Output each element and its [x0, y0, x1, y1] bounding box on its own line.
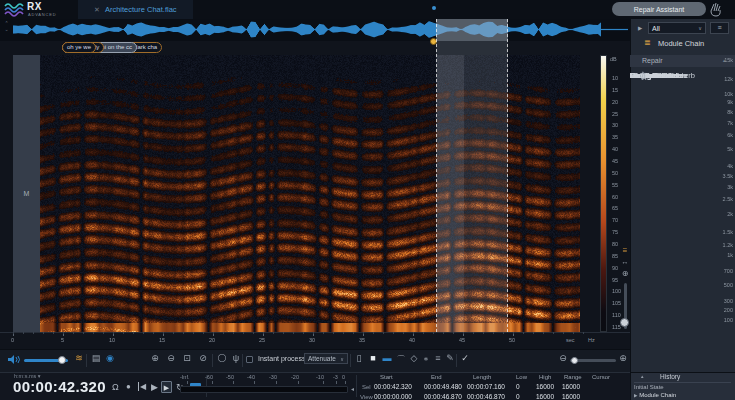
- spectrogram[interactable]: [40, 55, 580, 332]
- toolbar-divider: [212, 354, 213, 367]
- ruler-minor-tick: [283, 332, 284, 334]
- sel-length[interactable]: 00:00:07.160: [467, 383, 505, 390]
- apply-check-icon[interactable]: ✓: [458, 353, 472, 363]
- time-select-tool-icon[interactable]: ▯: [352, 353, 366, 363]
- ruler-minor-tick: [533, 332, 534, 334]
- view-start[interactable]: 00:00:00.000: [374, 393, 412, 400]
- transcript-chip[interactable]: oh ye we: [62, 42, 96, 53]
- playhead-marker[interactable]: [430, 38, 437, 45]
- composite-view-icon[interactable]: ◉: [103, 353, 117, 363]
- lasso-tool-icon[interactable]: ⌒: [394, 353, 408, 366]
- play-selection-button[interactable]: ▶: [161, 381, 172, 393]
- ruler-minor-tick: [53, 332, 54, 334]
- ruler-label: 50: [509, 337, 515, 343]
- view-end[interactable]: 00:00:46.870: [424, 393, 462, 400]
- overview-selection[interactable]: [436, 19, 508, 41]
- ruler-minor-tick: [23, 332, 24, 334]
- db-label: 85: [612, 253, 618, 259]
- overview-collapse-icon[interactable]: ⌃ ⌄: [2, 20, 11, 32]
- hzoom-in-icon[interactable]: ⊕: [616, 353, 630, 363]
- module-label: Music Rebalance: [630, 71, 688, 80]
- history-item[interactable]: ▶ Module Chain: [634, 392, 676, 398]
- sel-end[interactable]: 00:00:49.480: [424, 383, 462, 390]
- ruler-label: 5: [61, 337, 64, 343]
- history-item[interactable]: Initial State: [634, 384, 664, 390]
- instant-process-checkbox[interactable]: [246, 356, 253, 363]
- monitor-headphones-button[interactable]: Ω: [112, 382, 119, 392]
- col-cursor: Cursor: [592, 374, 610, 380]
- magnifier-tool-icon[interactable]: ◯: [215, 353, 229, 362]
- process-mode-dropdown[interactable]: Attenuate∨: [304, 353, 348, 364]
- freq-label: 500: [724, 282, 733, 288]
- db-unit-label: dB: [610, 56, 617, 62]
- sel-range[interactable]: 16000: [562, 383, 580, 390]
- db-label: 25: [612, 111, 618, 117]
- ruler-minor-tick: [13, 332, 14, 334]
- sel-start[interactable]: 00:00:42.320: [374, 383, 412, 390]
- history-title: History: [660, 373, 680, 380]
- zoom-in-icon[interactable]: ⊕: [148, 353, 162, 363]
- freq-select-tool-icon[interactable]: ▬: [380, 353, 394, 363]
- ruler-label: 45: [459, 337, 465, 343]
- ruler-label: 35: [359, 337, 365, 343]
- db-label: 40: [612, 146, 618, 152]
- top-bar: RX ADVANCED ✕ Architecture Chat.flac Rep…: [0, 0, 735, 19]
- freq-label: 200: [724, 307, 733, 313]
- meter-scale-label: -40: [247, 374, 255, 380]
- sel-low[interactable]: 0: [516, 383, 520, 390]
- module-chain-item[interactable]: Module Chain: [658, 39, 704, 48]
- panel-play-icon[interactable]: ▶: [638, 25, 642, 31]
- meter-marker-icon[interactable]: ◄: [350, 386, 355, 392]
- hzoom-out-icon[interactable]: ⊖: [556, 353, 570, 363]
- repair-assistant-button[interactable]: Repair Assistant: [612, 2, 706, 16]
- spectrogram-blend-icon[interactable]: ≋: [72, 353, 86, 363]
- file-tab[interactable]: ✕ Architecture Chat.flac: [78, 0, 193, 19]
- view-range[interactable]: 16000: [562, 393, 580, 400]
- meter-tick: [212, 381, 213, 384]
- freq-label: 3k: [727, 184, 733, 190]
- channel-strip[interactable]: M: [13, 55, 40, 332]
- view-high[interactable]: 16000: [536, 393, 554, 400]
- panel-menu-button[interactable]: ≡: [710, 22, 729, 34]
- tab-title: Architecture Chat.flac: [105, 5, 177, 14]
- go-to-start-button[interactable]: ◀: [138, 382, 146, 391]
- freq-label: 8k: [727, 109, 733, 115]
- play-button[interactable]: ▶: [151, 382, 158, 392]
- meter-scale-label: -30: [269, 374, 277, 380]
- zoom-all-icon[interactable]: ⊘: [196, 353, 210, 363]
- sel-high[interactable]: 16000: [536, 383, 554, 390]
- db-label: 20: [612, 99, 618, 105]
- speaker-icon[interactable]: [7, 354, 20, 365]
- zoom-out-icon[interactable]: ⊖: [164, 353, 178, 363]
- meter-scale-label: -50: [226, 374, 234, 380]
- view-low[interactable]: 0: [516, 393, 520, 400]
- record-button[interactable]: ●: [126, 382, 131, 391]
- meter-scale-label: -60: [205, 374, 213, 380]
- vertical-zoom-knob[interactable]: [620, 318, 629, 327]
- wave-hand-icon[interactable]: [708, 2, 722, 17]
- grab-tool-icon[interactable]: ψ: [229, 353, 243, 363]
- frequency-axis: [558, 55, 598, 335]
- db-label: 80: [612, 241, 618, 247]
- history-collapse-icon[interactable]: ▲: [640, 374, 644, 379]
- ruler-label: 40: [409, 337, 415, 343]
- pen-tool-icon[interactable]: ✎: [443, 353, 457, 363]
- zoom-selection-icon[interactable]: ⊡: [180, 353, 194, 363]
- clip-list-icon[interactable]: ▤: [89, 353, 103, 363]
- ruler-minor-tick: [403, 332, 404, 334]
- ruler-minor-tick: [523, 332, 524, 334]
- ruler-label: 10: [109, 337, 115, 343]
- freq-label: 2.5k: [723, 196, 733, 202]
- view-length[interactable]: 00:00:46.870: [467, 393, 505, 400]
- ruler-minor-tick: [563, 332, 564, 334]
- col-length: Length: [473, 374, 491, 380]
- ruler-minor-tick: [583, 332, 584, 334]
- overview-waveform[interactable]: [13, 19, 628, 40]
- volume-knob[interactable]: [58, 356, 66, 364]
- ruler-minor-tick: [43, 332, 44, 334]
- module-filter-dropdown[interactable]: All∨: [648, 22, 706, 34]
- hzoom-knob[interactable]: [571, 357, 578, 364]
- time-freq-select-tool-icon[interactable]: ■: [366, 353, 380, 363]
- app-edition: ADVANCED: [28, 12, 56, 17]
- tab-close-icon[interactable]: ✕: [94, 6, 100, 14]
